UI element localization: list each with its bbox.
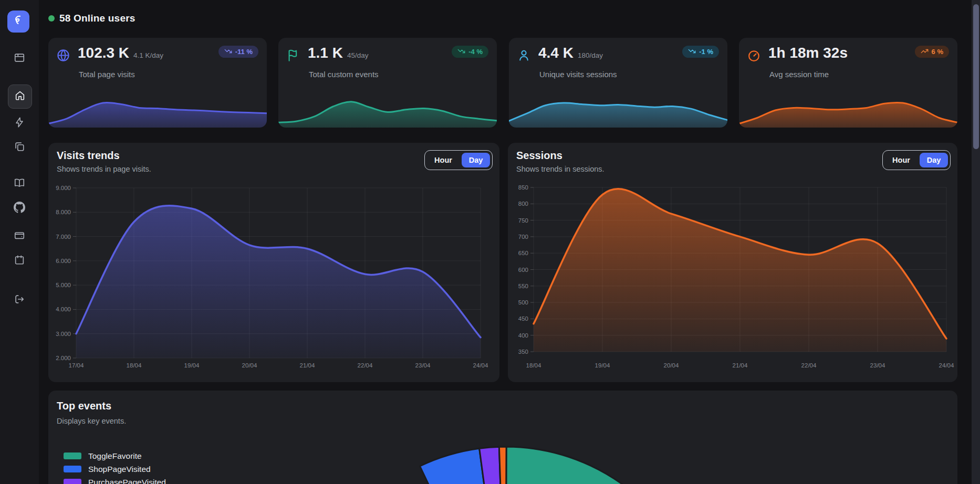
badge-text: -1 % — [699, 48, 713, 56]
svg-text:23/04: 23/04 — [870, 362, 885, 369]
online-status-dot — [48, 15, 55, 22]
svg-text:500: 500 — [518, 299, 528, 306]
trend-badge: 6 % — [915, 46, 949, 58]
svg-text:21/04: 21/04 — [733, 362, 748, 369]
trending-down-icon — [457, 47, 465, 57]
session-time-sparkline — [739, 93, 957, 128]
browser-window-icon — [14, 52, 25, 66]
stat-card-session-time: 1h 18m 32s Avg session time 6 % — [739, 38, 957, 128]
stat-label: Total custom events — [309, 70, 379, 79]
svg-text:850: 850 — [518, 184, 528, 191]
user-icon — [517, 48, 531, 62]
svg-text:22/04: 22/04 — [801, 362, 817, 369]
globe-icon — [56, 48, 70, 62]
trend-badge: -1 % — [682, 46, 719, 58]
trending-up-icon — [921, 47, 929, 57]
custom-events-sparkline — [278, 93, 497, 128]
svg-text:7.000: 7.000 — [56, 234, 71, 240]
svg-text:4.000: 4.000 — [56, 306, 71, 312]
badge-text: -4 % — [468, 48, 483, 56]
stat-card-page-visits: 102.3 K 4.1 K/day Total page visits -11 … — [48, 38, 267, 128]
sidebar-item-pages[interactable] — [14, 142, 25, 153]
sidebar-item-docs[interactable] — [14, 178, 25, 190]
logout-icon — [14, 293, 25, 307]
svg-text:2.000: 2.000 — [56, 355, 71, 361]
svg-text:800: 800 — [518, 201, 528, 207]
stat-card-unique-sessions: 4.4 K 180/day Unique visits sessions -1 … — [509, 38, 727, 128]
svg-text:600: 600 — [518, 267, 528, 273]
stat-rate: 45/day — [347, 51, 369, 59]
stat-label: Unique visits sessions — [539, 70, 617, 79]
svg-text:18/04: 18/04 — [526, 362, 541, 369]
svg-text:650: 650 — [518, 250, 528, 256]
svg-text:19/04: 19/04 — [184, 362, 200, 369]
stat-rate: 4.1 K/day — [133, 51, 163, 59]
scrollbar-thumb[interactable] — [973, 4, 979, 149]
svg-text:450: 450 — [518, 315, 528, 322]
trend-badge: -11 % — [218, 46, 258, 58]
top-events-title: Top events — [57, 400, 111, 412]
badge-text: -11 % — [235, 48, 253, 56]
badge-text: 6 % — [932, 48, 943, 56]
sessions-card: Sessions Shows trends in sessions. Hour … — [508, 143, 957, 382]
svg-text:700: 700 — [518, 234, 528, 240]
svg-text:350: 350 — [518, 349, 528, 355]
stat-value: 102.3 K — [78, 45, 129, 61]
book-icon — [14, 177, 25, 191]
stat-label: Total page visits — [79, 70, 135, 79]
svg-text:750: 750 — [518, 217, 528, 224]
stat-rate: 180/day — [578, 51, 603, 59]
svg-text:20/04: 20/04 — [664, 362, 679, 369]
svg-text:400: 400 — [518, 332, 528, 339]
sidebar-item-browser[interactable] — [14, 53, 25, 65]
svg-text:24/04: 24/04 — [939, 362, 954, 369]
sidebar-item-events[interactable] — [14, 118, 25, 129]
sidebar-item-billing[interactable] — [14, 230, 25, 242]
svg-text:9.000: 9.000 — [56, 185, 71, 191]
trending-down-icon — [688, 47, 696, 57]
stat-value: 1.1 K — [308, 45, 343, 61]
svg-text:8.000: 8.000 — [56, 209, 71, 215]
svg-text:3.000: 3.000 — [56, 331, 71, 337]
stat-label: Avg session time — [769, 70, 829, 79]
home-icon — [14, 90, 26, 103]
svg-text:18/04: 18/04 — [127, 362, 142, 369]
svg-text:19/04: 19/04 — [595, 362, 610, 369]
trend-badge: -4 % — [452, 46, 488, 58]
svg-text:5.000: 5.000 — [56, 282, 71, 288]
timer-icon — [747, 48, 761, 62]
svg-text:21/04: 21/04 — [300, 362, 315, 369]
wave-logo-icon — [12, 14, 25, 29]
sidebar — [0, 0, 39, 484]
svg-text:24/04: 24/04 — [473, 362, 488, 369]
github-icon — [14, 202, 25, 215]
stat-value: 1h 18m 32s — [768, 45, 848, 61]
svg-text:20/04: 20/04 — [242, 362, 257, 369]
trending-down-icon — [224, 47, 232, 57]
svg-text:6.000: 6.000 — [56, 258, 71, 264]
top-events-card: Top events Displays key events. ToggleFa… — [48, 391, 957, 484]
sidebar-item-github[interactable] — [14, 203, 25, 214]
flag-icon — [286, 48, 300, 62]
wallet-icon — [14, 229, 25, 243]
unique-sessions-sparkline — [509, 93, 727, 128]
stat-card-custom-events: 1.1 K 45/day Total custom events -4 % — [278, 38, 497, 128]
top-events-pie-chart — [48, 420, 957, 484]
svg-text:17/04: 17/04 — [69, 362, 84, 369]
copy-icon — [14, 141, 25, 154]
sessions-chart: 35040045050055060065070075080085018/0419… — [508, 143, 957, 382]
svg-text:550: 550 — [518, 283, 528, 289]
sidebar-item-calendar[interactable] — [14, 255, 25, 267]
online-users-count: 58 Online users — [59, 13, 135, 24]
visits-trends-chart: 2.0003.0004.0005.0006.0007.0008.0009.000… — [48, 143, 499, 382]
app-logo[interactable] — [7, 10, 29, 33]
zap-icon — [14, 117, 25, 130]
svg-text:23/04: 23/04 — [415, 362, 431, 369]
svg-text:22/04: 22/04 — [358, 362, 373, 369]
visits-trends-card: Visits trends Shows trends in page visit… — [48, 143, 499, 382]
page-visits-sparkline — [48, 93, 267, 128]
stat-value: 4.4 K — [538, 45, 574, 61]
sidebar-item-home[interactable] — [8, 85, 32, 109]
calendar-icon — [14, 254, 25, 268]
sidebar-item-logout[interactable] — [14, 294, 25, 306]
